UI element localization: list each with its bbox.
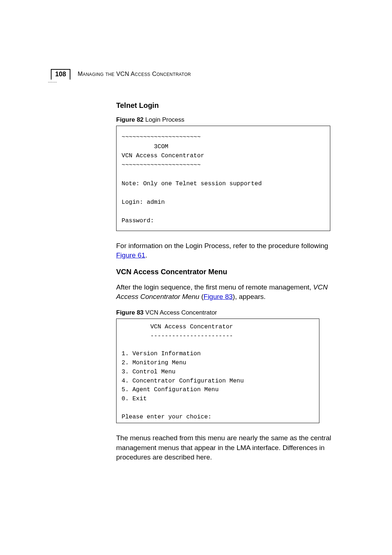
telnet-followup-paragraph: For information on the Login Process, re… — [116, 241, 338, 260]
page-number-box: 108 — [51, 69, 70, 80]
vcn-menu-heading: VCN Access Concentrator Menu — [116, 268, 338, 276]
figure-83-bold: Figure 83 — [116, 309, 144, 316]
vcn-para1-c: ), appears. — [233, 293, 266, 300]
telnet-para-text-after: . — [145, 251, 147, 259]
figure-82-bold: Figure 82 — [116, 116, 144, 123]
figure-82-caption: Login Process — [144, 116, 184, 123]
figure-61-link[interactable]: Figure 61 — [116, 251, 145, 259]
figure-83-label: Figure 83 VCN Access Concentrator — [116, 309, 338, 316]
running-header: Managing the VCN Access Concentrator — [78, 70, 191, 77]
telnet-login-heading: Telnet Login — [116, 101, 338, 110]
page-number: 108 — [55, 70, 66, 78]
figure-83-link[interactable]: Figure 83 — [204, 293, 233, 300]
figure-82-codebox: ~~~~~~~~~~~~~~~~~~~~~~ 3COM VCN Access C… — [116, 126, 330, 231]
figure-82-label: Figure 82 Login Process — [116, 116, 338, 123]
figure-83-caption: VCN Access Concentrator — [144, 309, 217, 316]
vcn-para1-a: After the login sequence, the first menu… — [116, 283, 313, 291]
margin-dots: ......... — [48, 79, 57, 83]
header-row: 108 Managing the VCN Access Concentrator — [51, 69, 341, 80]
vcn-menu-intro-paragraph: After the login sequence, the first menu… — [116, 283, 338, 302]
vcn-menu-closing-paragraph: The menus reached from this menu are nea… — [116, 433, 338, 462]
page-content: 108 Managing the VCN Access Concentrator… — [51, 69, 341, 470]
vcn-para1-b: ( — [199, 293, 204, 300]
telnet-para-text-before: For information on the Login Process, re… — [116, 242, 328, 250]
main-content: Telnet Login Figure 82 Login Process ~~~… — [116, 101, 338, 462]
figure-83-codebox: VCN Access Concentrator ----------------… — [116, 319, 319, 423]
